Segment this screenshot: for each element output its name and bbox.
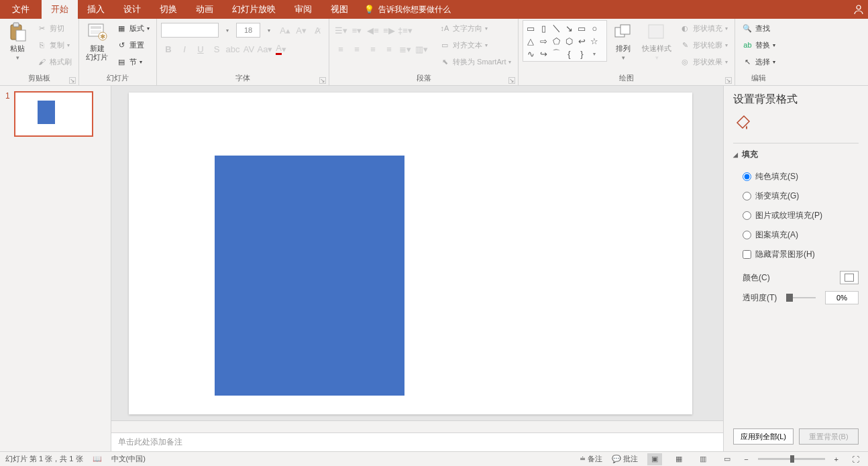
bold-icon[interactable]: B: [161, 42, 176, 56]
tab-design[interactable]: 设计: [114, 0, 150, 19]
strike-icon[interactable]: S: [209, 42, 224, 56]
new-slide-button[interactable]: ✱ 新建 幻灯片: [83, 20, 111, 63]
decrease-indent-icon[interactable]: ◀≡: [366, 23, 380, 38]
shape-rarrow-icon[interactable]: ⇨: [537, 35, 549, 47]
checkbox-hide-bg[interactable]: 隐藏背景图形(H): [743, 249, 859, 260]
zoom-slider[interactable]: [758, 458, 825, 460]
tab-animation[interactable]: 动画: [186, 0, 223, 19]
tab-review[interactable]: 审阅: [285, 0, 321, 19]
sorter-view-icon[interactable]: ▦: [671, 453, 686, 465]
text-direction-button[interactable]: ↕A文字方向▾: [437, 20, 514, 36]
shape-more-icon[interactable]: ▾: [588, 48, 600, 60]
shape-arrow-icon[interactable]: ↘: [563, 22, 575, 34]
layout-button[interactable]: ▦版式▾: [113, 20, 152, 36]
select-button[interactable]: ↖选择▾: [739, 54, 778, 70]
comments-toggle[interactable]: 💬 批注: [612, 454, 638, 464]
justify-icon[interactable]: ≡: [382, 42, 396, 56]
shape-brace-l-icon[interactable]: {: [563, 48, 575, 60]
shape-curve-icon[interactable]: ∿: [525, 48, 537, 60]
reset-button[interactable]: ↺重置: [113, 37, 152, 53]
distribute-icon[interactable]: ≣▾: [398, 42, 413, 56]
shape-hex-icon[interactable]: ⬡: [563, 35, 575, 47]
convert-smartart-button[interactable]: ⬉转换为 SmartArt▾: [437, 54, 514, 70]
shape-brace-r-icon[interactable]: }: [576, 48, 588, 60]
increase-font-icon[interactable]: A▴: [278, 23, 292, 38]
shape-line-icon[interactable]: ＼: [550, 22, 562, 34]
slide-thumbnail-1[interactable]: 1: [0, 91, 111, 137]
notes-pane[interactable]: 单击此处添加备注: [111, 432, 723, 451]
normal-view-icon[interactable]: ▣: [647, 453, 662, 465]
align-text-button[interactable]: ▭对齐文本▾: [437, 37, 514, 53]
find-button[interactable]: 🔍查找: [739, 20, 778, 36]
radio-gradient-fill[interactable]: 渐变填充(G): [743, 190, 859, 202]
replace-button[interactable]: ab替换▾: [739, 37, 778, 53]
font-name-dropdown[interactable]: ▾: [220, 23, 235, 38]
clear-format-icon[interactable]: A̷: [310, 23, 325, 38]
decrease-font-icon[interactable]: A▾: [294, 23, 309, 38]
slideshow-view-icon[interactable]: ▭: [720, 453, 735, 465]
notes-toggle[interactable]: ≐ 备注: [580, 454, 602, 464]
shape-effects-button[interactable]: ◎形状效果▾: [677, 54, 730, 70]
shape-larrow-icon[interactable]: ↩: [576, 35, 588, 47]
tab-insert[interactable]: 插入: [78, 0, 114, 19]
arrange-button[interactable]: 排列 ▾: [610, 20, 637, 62]
radio-pattern-fill[interactable]: 图案填充(A): [743, 229, 859, 241]
shape-oval-icon[interactable]: ○: [588, 22, 600, 34]
tab-file[interactable]: 文件: [0, 0, 42, 19]
underline-icon[interactable]: U: [193, 42, 208, 56]
font-size-input[interactable]: [236, 23, 260, 38]
align-left-icon[interactable]: ≡: [333, 42, 348, 56]
shape-connector-icon[interactable]: ↪: [537, 48, 549, 60]
shape-textbox-icon[interactable]: ▭: [525, 22, 537, 34]
spellcheck-icon[interactable]: 📖: [93, 455, 102, 463]
paint-bucket-icon[interactable]: [733, 113, 753, 133]
zoom-in-icon[interactable]: +: [834, 455, 838, 463]
shape-rect-icon[interactable]: ▭: [576, 22, 588, 34]
tell-me-search[interactable]: 💡 告诉我你想要做什么: [364, 0, 451, 19]
shadow-icon[interactable]: abc: [225, 42, 240, 56]
fill-section-header[interactable]: ◢ 填充: [733, 143, 859, 160]
fit-window-icon[interactable]: ⛶: [848, 453, 863, 465]
reset-bg-button[interactable]: 重置背景(B): [799, 428, 859, 445]
color-picker-button[interactable]: [840, 271, 859, 284]
tab-home[interactable]: 开始: [42, 0, 78, 19]
shape-pentagon-icon[interactable]: ⬠: [550, 35, 562, 47]
shape-gallery[interactable]: ▭ ▯ ＼ ↘ ▭ ○ △ ⇨ ⬠ ⬡ ↩ ☆ ∿ ↪ ⌒ { } ▾: [523, 20, 607, 62]
shape-star-icon[interactable]: ☆: [588, 35, 600, 47]
language-label[interactable]: 中文(中国): [111, 454, 146, 464]
numbering-icon[interactable]: ≡▾: [349, 23, 364, 38]
font-color-icon[interactable]: A▾: [274, 42, 288, 56]
shape-fill-button[interactable]: ◐形状填充▾: [677, 20, 730, 36]
transparency-slider[interactable]: [786, 297, 816, 298]
shape-vtextbox-icon[interactable]: ▯: [537, 22, 549, 34]
tab-transition[interactable]: 切换: [150, 0, 186, 19]
font-dialog-launcher[interactable]: ↘: [319, 77, 326, 84]
paste-button[interactable]: 粘贴 ▾: [4, 20, 31, 62]
cut-button[interactable]: ✂剪切: [34, 20, 74, 36]
bullets-icon[interactable]: ☰▾: [333, 23, 348, 38]
copy-button[interactable]: ⎘复制▾: [34, 37, 74, 53]
tab-view[interactable]: 视图: [321, 0, 358, 19]
slide-canvas[interactable]: [129, 93, 692, 414]
shape-outline-button[interactable]: ✎形状轮廓▾: [677, 37, 730, 53]
paragraph-dialog-launcher[interactable]: ↘: [508, 77, 515, 84]
reading-view-icon[interactable]: ▥: [696, 453, 710, 465]
transparency-input[interactable]: [825, 291, 859, 304]
format-painter-button[interactable]: 🖌格式刷: [34, 54, 74, 70]
shape-arc-icon[interactable]: ⌒: [550, 48, 562, 60]
font-size-dropdown[interactable]: ▾: [262, 23, 276, 38]
font-name-input[interactable]: [161, 23, 219, 38]
drawing-dialog-launcher[interactable]: ↘: [725, 77, 732, 84]
spacing-icon[interactable]: AV: [241, 42, 256, 56]
apply-all-button[interactable]: 应用到全部(L): [733, 428, 794, 445]
shape-triangle-icon[interactable]: △: [525, 35, 537, 47]
quick-styles-button[interactable]: 快速样式 ▾: [639, 20, 674, 62]
section-button[interactable]: ▤节▾: [113, 54, 152, 70]
italic-icon[interactable]: I: [177, 42, 192, 56]
clipboard-dialog-launcher[interactable]: ↘: [69, 77, 76, 84]
line-spacing-icon[interactable]: ‡≡▾: [398, 23, 413, 38]
align-center-icon[interactable]: ≡: [349, 42, 364, 56]
blue-rectangle-shape[interactable]: [215, 156, 404, 396]
columns-icon[interactable]: ▥▾: [414, 42, 429, 56]
tab-slideshow[interactable]: 幻灯片放映: [223, 0, 285, 19]
